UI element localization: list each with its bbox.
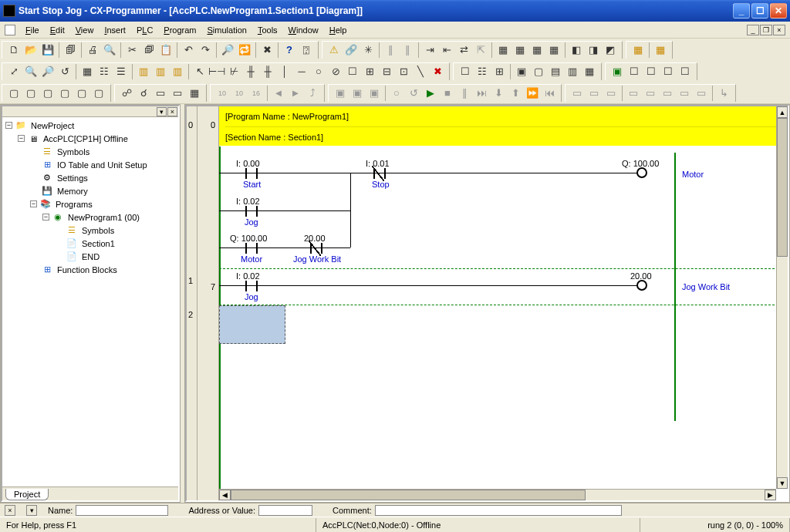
step-fwd-icon[interactable]: ► [287, 85, 304, 102]
line-tool-icon[interactable]: ╲ [412, 63, 429, 80]
ladder-cell-selection[interactable] [219, 305, 285, 344]
set-icon[interactable]: ▥ [564, 63, 581, 80]
replace-icon[interactable]: 🔁 [236, 42, 253, 59]
view2-icon[interactable]: ▢ [22, 85, 39, 102]
menu-view[interactable]: View [70, 24, 100, 36]
program-mode-icon[interactable]: ▦ [495, 42, 511, 59]
datatrace-icon[interactable]: ◩ [602, 42, 619, 59]
props-close-button[interactable]: × [5, 505, 15, 516]
help-icon[interactable]: ? [281, 42, 298, 59]
r4-icon[interactable]: ▭ [625, 85, 642, 102]
menu-help[interactable]: Help [324, 24, 353, 36]
tree-node-project[interactable]: − 📁 NewProject [4, 119, 178, 132]
hex16-icon[interactable]: 16 [248, 85, 265, 102]
view4-icon[interactable]: ▢ [56, 85, 73, 102]
contact-jogworkbit[interactable] [310, 243, 322, 255]
compile-all-icon[interactable]: ▦ [652, 42, 669, 59]
save-icon[interactable]: 💾 [39, 42, 56, 59]
tree-node-symbols[interactable]: ☰ Symbols [4, 145, 178, 158]
transfer-from-icon[interactable]: ⇤ [438, 42, 455, 59]
zoom-out-icon[interactable]: 🔎 [39, 63, 56, 80]
ladder-diagram[interactable]: 0 1 2 0 7 [Program Name : NewProgram1] [… [185, 105, 789, 502]
project-tab[interactable]: Project [5, 489, 49, 500]
reset-icon[interactable]: ▦ [581, 63, 598, 80]
pause-icon[interactable]: ‖ [382, 42, 399, 59]
toggle-monitor-icon[interactable]: ◧ [568, 42, 585, 59]
zoom-in-icon[interactable]: 🔍 [22, 63, 39, 80]
scroll-thumb[interactable] [777, 118, 788, 257]
document-icon[interactable] [5, 25, 15, 35]
trace2-icon[interactable]: ▣ [349, 85, 366, 102]
find-icon[interactable]: 🔎 [219, 42, 236, 59]
address-field[interactable] [258, 505, 312, 516]
mnemonic-icon[interactable]: ▥ [152, 63, 169, 80]
tree-node-section1[interactable]: 📄 Section1 [4, 237, 178, 250]
splitter[interactable] [181, 104, 184, 503]
differential-icon[interactable]: ◨ [585, 42, 602, 59]
menu-plc[interactable]: PLC [131, 24, 158, 36]
grid-icon[interactable]: ▦ [79, 63, 96, 80]
monitor-mode-icon[interactable]: ▦ [528, 42, 545, 59]
coil-icon[interactable]: ○ [310, 63, 327, 80]
window5-icon[interactable]: ☐ [677, 63, 694, 80]
horiz-line-icon[interactable]: ─ [293, 63, 310, 80]
contact-jog[interactable] [245, 206, 258, 218]
copy-project-icon[interactable]: 🗐 [62, 42, 79, 59]
view5-icon[interactable]: ▢ [73, 85, 90, 102]
contact-or-icon[interactable]: ╫ [242, 63, 259, 80]
transfer-to-icon[interactable]: ⇥ [421, 42, 438, 59]
redo-icon[interactable]: ↷ [197, 42, 214, 59]
zoom-fit-icon[interactable]: ⤢ [5, 63, 22, 80]
tree-node-memory[interactable]: 💾 Memory [4, 184, 178, 197]
menu-insert[interactable]: Insert [99, 24, 131, 36]
work-online-icon[interactable]: 🔗 [343, 42, 360, 59]
contact-stop[interactable] [373, 168, 386, 180]
r2-icon[interactable]: ▭ [586, 85, 603, 102]
r7-icon[interactable]: ▭ [676, 85, 693, 102]
print-preview-icon[interactable]: 🔍 [101, 42, 118, 59]
tree-node-newprogram[interactable]: − ◉ NewProgram1 (00) [4, 210, 178, 224]
sim-stop2-icon[interactable]: ■ [439, 85, 456, 102]
compare-icon[interactable]: ⇄ [455, 42, 472, 59]
r3-icon[interactable]: ▭ [603, 85, 620, 102]
sim-next-icon[interactable]: ⏭ [473, 85, 490, 102]
nav4-icon[interactable]: ▭ [169, 85, 186, 102]
minimize-button[interactable]: _ [733, 3, 750, 19]
window1-icon[interactable]: ▣ [609, 63, 626, 80]
window2-icon[interactable]: ☐ [626, 63, 643, 80]
cut-icon[interactable]: ✂ [123, 42, 140, 59]
sim-play-icon[interactable]: ▶ [422, 85, 439, 102]
menu-window[interactable]: Window [283, 24, 324, 36]
tree-node-prog-symbols[interactable]: ☰ Symbols [4, 224, 178, 237]
zoom-reset-icon[interactable]: ↺ [56, 63, 73, 80]
transfer-task-icon[interactable]: ⇱ [472, 42, 489, 59]
r8-icon[interactable]: ▭ [693, 85, 710, 102]
run-mode-icon[interactable]: ▦ [545, 42, 562, 59]
sim-end-icon[interactable]: ⏮ [541, 85, 558, 102]
force-cancel-icon[interactable]: ▤ [547, 63, 564, 80]
coil-jogworkbit[interactable] [636, 280, 647, 291]
window4-icon[interactable]: ☐ [660, 63, 677, 80]
pause2-icon[interactable]: ‖ [399, 42, 416, 59]
io-comment-icon[interactable]: ☐ [457, 63, 474, 80]
close-button[interactable]: ✕ [770, 3, 787, 19]
delete-icon[interactable]: ✖ [258, 42, 275, 59]
horizontal-scrollbar[interactable]: ◀ ▶ [219, 489, 776, 500]
mdi-close-button[interactable]: × [773, 25, 785, 35]
scroll-thumb[interactable] [231, 490, 586, 500]
hex10-icon[interactable]: 10 [214, 85, 231, 102]
comments-icon[interactable]: ☷ [96, 63, 113, 80]
sim-out-icon[interactable]: ⬆ [507, 85, 524, 102]
undo-icon[interactable]: ↶ [180, 42, 197, 59]
sim-pause-icon[interactable]: ‖ [456, 85, 473, 102]
paste-icon[interactable]: 📋 [157, 42, 174, 59]
contact-start[interactable] [245, 168, 258, 180]
debug-mode-icon[interactable]: ▦ [511, 42, 528, 59]
function2-icon[interactable]: ⊟ [378, 63, 395, 80]
tree-node-plc[interactable]: − 🖥 AccPLC[CP1H] Offline [4, 132, 178, 145]
coil-motor[interactable] [636, 167, 647, 178]
copy-icon[interactable]: 🗊 [140, 42, 157, 59]
crossref-icon[interactable]: ⊞ [491, 63, 508, 80]
contact-nc-icon[interactable]: ⊬ [225, 63, 242, 80]
nav2-icon[interactable]: ☌ [135, 85, 152, 102]
